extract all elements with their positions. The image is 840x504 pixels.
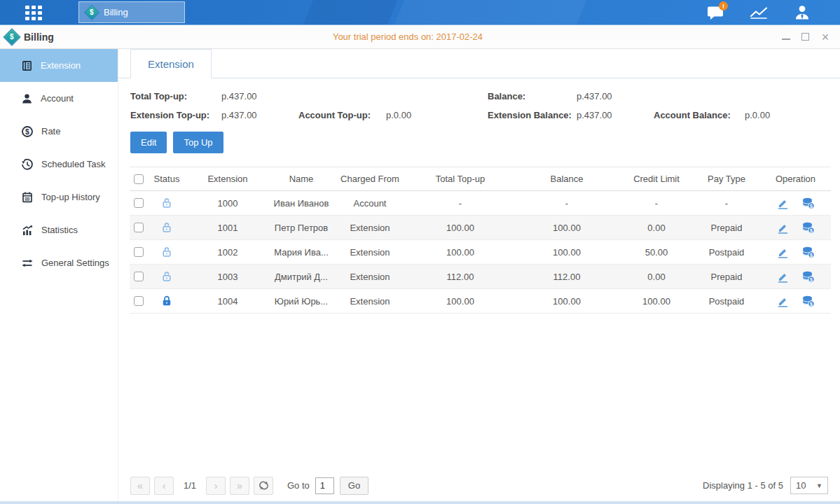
window-app-title: $ Billing xyxy=(6,31,118,43)
total-topup-cell: - xyxy=(407,191,514,216)
chevron-down-icon: ▼ xyxy=(816,482,822,489)
pagination-bar: « ‹ 1/1 › » Go to Go Displaying 1 - 5 of… xyxy=(130,476,828,495)
row-checkbox[interactable] xyxy=(134,272,144,281)
edit-button[interactable]: Edit xyxy=(130,132,167,153)
goto-label: Go to xyxy=(287,480,310,491)
unlocked-icon xyxy=(160,270,173,283)
row-checkbox[interactable] xyxy=(134,223,144,232)
last-page-button[interactable]: » xyxy=(230,477,249,495)
sidebar-item-account[interactable]: Account xyxy=(0,82,118,115)
sidebar-item-scheduled-task[interactable]: Scheduled Task xyxy=(0,148,118,181)
history-clock-icon xyxy=(21,158,34,171)
top-up-coins-icon[interactable]: $ xyxy=(801,197,815,209)
user-account-icon[interactable] xyxy=(792,4,812,22)
name-cell: Юрий Юрь... xyxy=(270,289,333,314)
sidebar-item-label: Statistics xyxy=(41,225,78,235)
select-all-checkbox[interactable] xyxy=(134,174,144,184)
table-row[interactable]: 1004 Юрий Юрь... Extension 100.00 100.00… xyxy=(130,289,831,314)
refresh-icon xyxy=(259,480,269,491)
edit-pencil-icon[interactable] xyxy=(776,221,789,234)
svg-text:$: $ xyxy=(25,127,29,135)
credit-limit-cell: - xyxy=(620,191,693,216)
tab-extension[interactable]: Extension xyxy=(130,49,212,78)
extension-cell: 1001 xyxy=(186,216,270,240)
top-up-coins-icon[interactable]: $ xyxy=(801,295,815,307)
total-topup-value: p.437.00 xyxy=(221,91,298,102)
table-row[interactable]: 1003 Дмитрий Д... Extension 112.00 112.0… xyxy=(130,265,831,289)
go-button[interactable]: Go xyxy=(340,477,369,495)
balance-value: p.437.00 xyxy=(577,91,654,102)
top-up-coins-icon[interactable]: $ xyxy=(801,270,815,283)
charged-from-cell: Extension xyxy=(333,289,407,314)
next-page-button[interactable]: › xyxy=(206,477,226,495)
credit-limit-cell: 0.00 xyxy=(620,265,693,289)
unlocked-icon xyxy=(160,197,173,209)
column-header-balance: Balance xyxy=(514,167,620,191)
row-checkbox[interactable] xyxy=(134,198,144,208)
sidebar-item-topup-history[interactable]: Top-up History xyxy=(0,181,118,214)
name-cell: Мария Ива... xyxy=(270,240,333,265)
table-row[interactable]: 1001 Петр Петров Extension 100.00 100.00… xyxy=(130,216,831,240)
balance-cell: 100.00 xyxy=(514,216,620,240)
extension-table-body: 1000 Иван Иванов Account - - - - $ xyxy=(130,191,831,314)
credit-limit-cell: 50.00 xyxy=(620,240,693,265)
balance-cell: 100.00 xyxy=(514,289,620,314)
notepad-icon xyxy=(21,191,34,204)
sidebar-item-rate[interactable]: $ Rate xyxy=(0,115,118,148)
window-titlebar: $ Billing Your trial period ends on: 201… xyxy=(0,25,840,49)
displaying-status: Displaying 1 - 5 of 5 xyxy=(703,480,783,491)
edit-pencil-icon[interactable] xyxy=(776,270,789,283)
total-topup-cell: 112.00 xyxy=(407,265,514,289)
resource-monitor-chart-icon[interactable] xyxy=(749,4,769,22)
table-header-row: Status Extension Name Charged From Total… xyxy=(130,167,831,191)
svg-text:$: $ xyxy=(810,277,813,283)
sidebar-item-label: Scheduled Task xyxy=(41,159,106,169)
maximize-icon[interactable] xyxy=(801,33,809,41)
taskbar-item-billing[interactable]: $ Billing xyxy=(78,1,185,23)
svg-text:$: $ xyxy=(810,204,813,209)
row-checkbox[interactable] xyxy=(134,296,144,306)
edit-pencil-icon[interactable] xyxy=(776,197,789,209)
column-header-pay-type: Pay Type xyxy=(693,167,760,191)
table-row[interactable]: 1002 Мария Ива... Extension 100.00 100.0… xyxy=(130,240,831,265)
goto-page-input[interactable] xyxy=(315,477,334,494)
dollar-circle-icon: $ xyxy=(21,125,34,138)
top-up-button[interactable]: Top Up xyxy=(173,132,223,153)
column-header-credit-limit: Credit Limit xyxy=(620,167,693,191)
extension-cell: 1003 xyxy=(186,265,270,289)
extension-table: Status Extension Name Charged From Total… xyxy=(130,167,831,314)
minimize-icon[interactable] xyxy=(782,34,790,40)
app-launcher-grid-icon[interactable] xyxy=(25,6,48,20)
person-icon xyxy=(21,92,33,105)
top-up-coins-icon[interactable]: $ xyxy=(801,246,815,258)
first-page-button[interactable]: « xyxy=(130,477,150,495)
topbar-decoration xyxy=(303,0,398,25)
sidebar-item-label: Rate xyxy=(41,126,60,136)
prev-page-button[interactable]: ‹ xyxy=(154,477,174,495)
refresh-button[interactable] xyxy=(254,477,273,495)
column-header-total-topup: Total Top-up xyxy=(407,167,514,191)
total-topup-cell: 100.00 xyxy=(407,216,514,240)
window-title-text: Billing xyxy=(24,31,54,43)
edit-pencil-icon[interactable] xyxy=(776,295,789,307)
close-icon[interactable]: × xyxy=(820,32,830,42)
notifications-chat-icon[interactable]: ! xyxy=(705,4,725,22)
name-cell: Петр Петров xyxy=(270,216,333,240)
sidebar-item-statistics[interactable]: Statistics xyxy=(0,214,118,246)
system-topbar: $ Billing ! xyxy=(0,0,840,25)
credit-limit-cell: 0.00 xyxy=(620,216,693,240)
operation-cell: $ xyxy=(760,246,831,258)
locked-icon xyxy=(160,295,173,307)
sidebar-item-general-settings[interactable]: General Settings xyxy=(0,246,118,279)
row-checkbox[interactable] xyxy=(134,247,144,257)
table-row[interactable]: 1000 Иван Иванов Account - - - - $ xyxy=(130,191,831,216)
top-up-coins-icon[interactable]: $ xyxy=(801,221,815,234)
page-indicator: 1/1 xyxy=(178,480,202,491)
page-size-dropdown[interactable]: 10 ▼ xyxy=(790,477,828,494)
sidebar-item-extension[interactable]: Extension xyxy=(0,49,118,82)
pay-type-cell: - xyxy=(693,191,760,216)
operation-cell: $ xyxy=(760,221,831,234)
swap-arrows-icon xyxy=(21,257,34,270)
edit-pencil-icon[interactable] xyxy=(776,246,789,258)
pay-type-cell: Prepaid xyxy=(693,216,760,240)
